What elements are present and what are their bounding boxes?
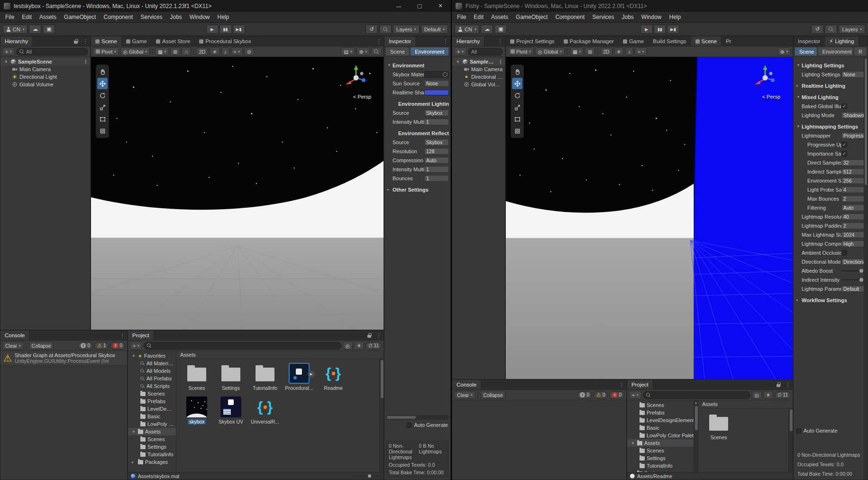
console-warning-filter[interactable]: ⚠0: [594, 391, 608, 399]
console-clear-dropdown[interactable]: Clear▾: [2, 342, 24, 350]
favorite-item[interactable]: All Models: [128, 367, 176, 375]
favorite-item[interactable]: LowPoly Color Palet: [128, 420, 176, 428]
field-value[interactable]: None: [424, 80, 449, 87]
menu-item[interactable]: Assets: [36, 13, 60, 21]
snap-magnet-toggle[interactable]: ∩: [182, 47, 191, 55]
scene-viewport[interactable]: y x z < Persp: [91, 57, 384, 330]
tab-pr[interactable]: Pr: [722, 37, 736, 46]
step-button[interactable]: ▶▮: [667, 25, 679, 34]
2d-toggle[interactable]: 2D: [600, 47, 612, 55]
packages-root[interactable]: ▸ Packages: [128, 458, 176, 466]
hidden-packages-count[interactable]: ∅11: [775, 391, 791, 399]
lighting-row[interactable]: Lighting Mode Shadowmask: [794, 111, 868, 120]
hierarchy-scene-root[interactable]: ▼ SampleScene ⋮: [0, 58, 90, 65]
project-folder-item[interactable]: Settings: [128, 443, 176, 451]
field-value[interactable]: Default: [841, 286, 866, 292]
inspector-hscrollbar[interactable]: [386, 415, 449, 420]
menu-item[interactable]: Help: [666, 13, 685, 21]
project-create-dropdown[interactable]: +▾: [130, 342, 142, 350]
lighting-row[interactable]: Importance Sampling: [794, 149, 868, 158]
project-folder-item[interactable]: Scenes: [627, 447, 698, 454]
move-tool-button[interactable]: [512, 78, 522, 89]
global-search-button[interactable]: [379, 25, 392, 34]
tab-game[interactable]: Game: [122, 37, 152, 46]
account-dropdown[interactable]: CN▾: [3, 25, 27, 34]
hierarchy-item-main-camera[interactable]: Main Camera: [452, 65, 505, 73]
menu-item[interactable]: Jobs: [166, 13, 185, 21]
grid-scrollbar[interactable]: [788, 408, 793, 472]
account-dropdown[interactable]: CN▾: [455, 25, 479, 34]
tab-project[interactable]: Project: [128, 331, 154, 340]
assets-root[interactable]: ▼ Assets: [128, 428, 176, 435]
hierarchy-item-main-camera[interactable]: Main Camera: [0, 65, 90, 73]
field-value[interactable]: 2: [841, 195, 866, 202]
field-value[interactable]: Auto: [424, 157, 449, 164]
field-value[interactable]: 1: [424, 175, 449, 182]
tab-project-settings[interactable]: Project Settings: [506, 37, 559, 46]
lighting-row[interactable]: Light Probe Sample Multiplier 4: [794, 185, 868, 194]
hidden-packages-count[interactable]: ∅11: [365, 342, 382, 350]
search-by-type-button[interactable]: ◎: [343, 342, 353, 350]
lighting-row[interactable]: Lightmapper Progressive: [794, 131, 868, 140]
menu-item[interactable]: Window: [186, 13, 214, 21]
field-value[interactable]: 1: [424, 166, 449, 173]
console-info-filter[interactable]: i0: [577, 391, 592, 399]
maximize-button[interactable]: ▢: [409, 0, 430, 12]
field-value[interactable]: Progressive: [841, 132, 866, 139]
inspector-row[interactable]: Environment Lighting: [384, 99, 450, 108]
space-toggle[interactable]: ◎Global▾: [535, 47, 565, 55]
subtab-environment[interactable]: Environment: [818, 47, 853, 55]
tab-console[interactable]: Console: [452, 380, 481, 389]
rotate-tool-button[interactable]: [97, 90, 108, 101]
scene-lighting-toggle[interactable]: ☀: [210, 47, 219, 55]
field-value[interactable]: Skybox: [424, 139, 449, 146]
scale-tool-button[interactable]: [512, 102, 522, 113]
field-value[interactable]: [424, 90, 449, 95]
hierarchy-scene-root[interactable]: ▼ SampleScene ⋮: [452, 58, 505, 65]
inspector-row[interactable]: Compression Auto: [384, 156, 450, 165]
favorite-item[interactable]: LevelDesignElement: [627, 416, 698, 424]
field-value[interactable]: 1024: [841, 231, 866, 238]
favorite-item[interactable]: Basic: [627, 424, 698, 432]
gizmos-dropdown[interactable]: ⊕▾: [777, 47, 791, 55]
lighting-row[interactable]: ▸ Workflow Settings: [794, 295, 868, 305]
lighting-row[interactable]: ▼ Mixed Lighting: [794, 92, 868, 102]
field-value[interactable]: 2: [841, 222, 866, 229]
console-error-filter[interactable]: !0: [110, 342, 125, 350]
subtab-realtime-lightmaps[interactable]: R: [854, 47, 866, 55]
subtab-scene[interactable]: Scene: [795, 47, 817, 55]
favorite-item[interactable]: LowPoly Color Palet: [627, 432, 698, 439]
favorite-item[interactable]: All Prefabs: [128, 375, 176, 382]
inspector-row[interactable]: Resolution 128: [384, 147, 450, 156]
foldout-arrow-icon[interactable]: ▼: [4, 60, 9, 64]
menu-item[interactable]: Edit: [470, 13, 487, 21]
tab-build-settings[interactable]: Build Settings: [649, 37, 691, 46]
tab-project[interactable]: Project: [627, 380, 653, 389]
console-clear-dropdown[interactable]: Clear▾: [454, 391, 475, 399]
camera-dropdown[interactable]: ▤▾: [341, 47, 355, 55]
tab-scene[interactable]: Scene: [691, 37, 722, 46]
lighting-row[interactable]: Environment Samples 256: [794, 176, 868, 185]
cloud-button[interactable]: ☁: [481, 25, 493, 34]
inspector-row[interactable]: Intensity Multiplier 1: [384, 165, 450, 174]
hand-tool-button[interactable]: [512, 66, 522, 77]
packages-root[interactable]: ▸ Packages: [627, 470, 698, 472]
console-info-filter[interactable]: i0: [78, 342, 93, 350]
snap-toggle[interactable]: ⊞: [170, 47, 180, 55]
tab-scene[interactable]: Scene: [91, 37, 122, 46]
snap-toggle[interactable]: ⊞: [585, 47, 595, 55]
layout-dropdown[interactable]: Default▾: [421, 25, 448, 34]
asset-item-tutorialinfo[interactable]: TutorialInfo: [250, 363, 280, 391]
tab-lighting[interactable]: ⚡Lighting: [825, 37, 859, 46]
lighting-row[interactable]: Ambient Occlusion: [794, 248, 868, 257]
assets-root[interactable]: ▼ Assets: [627, 439, 698, 447]
field-value[interactable]: [841, 279, 866, 280]
effects-dropdown[interactable]: ≈▾: [635, 47, 647, 55]
lock-icon[interactable]: [774, 380, 783, 389]
space-toggle[interactable]: ◎Global▾: [120, 47, 150, 55]
menu-item[interactable]: GameObject: [60, 13, 100, 21]
favorite-item[interactable]: Basic: [128, 413, 176, 420]
auto-generate-toggle[interactable]: Auto Generate: [794, 426, 868, 435]
lighting-row[interactable]: Lightmap Parameters Default: [794, 284, 868, 293]
field-value[interactable]: Directional: [841, 258, 866, 265]
